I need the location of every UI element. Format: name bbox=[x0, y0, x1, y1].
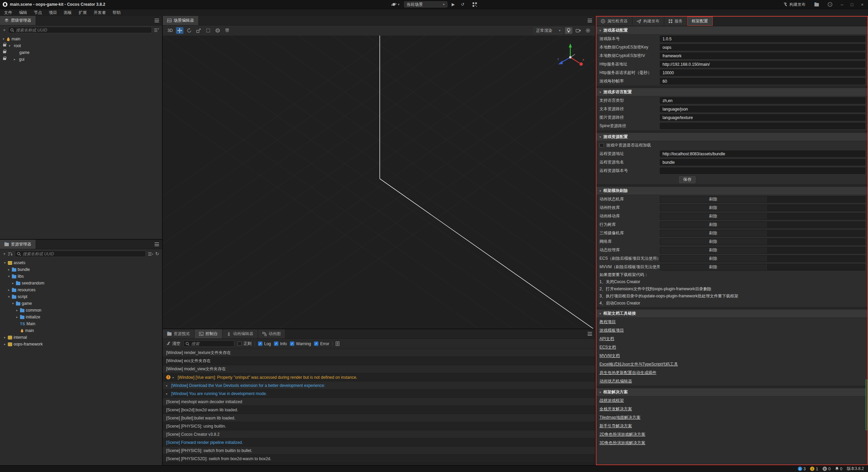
remove-button[interactable]: 剔除 bbox=[660, 196, 767, 202]
hierarchy-node-root[interactable]: ▾ root bbox=[0, 42, 162, 49]
link-hotupdate-plugin[interactable]: 原生包热更新配置自动生成插件 bbox=[599, 370, 656, 376]
play-button[interactable]: ▶ bbox=[450, 1, 456, 7]
tab-assets[interactable]: 资源管理器 bbox=[0, 240, 36, 249]
log-line-info[interactable]: ▸ [Window] You are running Vue in develo… bbox=[163, 390, 595, 398]
expand-arrow-icon[interactable]: ▸ bbox=[16, 309, 20, 312]
rect-tool-button[interactable] bbox=[204, 27, 212, 34]
info-count-badge[interactable]: i 3 bbox=[798, 467, 806, 471]
create-asset-button[interactable]: + bbox=[3, 251, 6, 256]
menu-file[interactable]: 文件 bbox=[1, 10, 16, 16]
expand-arrow-icon[interactable]: ▸ bbox=[16, 315, 20, 319]
asset-node-oops-framework[interactable]: ▸ oops-framework bbox=[0, 341, 162, 348]
collapse-arrow-icon[interactable]: ▾ bbox=[9, 44, 13, 47]
menu-node[interactable]: 节点 bbox=[31, 10, 45, 16]
filter-warning-checkbox[interactable]: ✓ Warning bbox=[290, 341, 311, 346]
tab-hierarchy[interactable]: 层级管理器 bbox=[0, 16, 36, 25]
remove-button[interactable]: 剔除 bbox=[660, 264, 767, 270]
expand-arrow-icon[interactable]: ▸ bbox=[12, 281, 16, 285]
section-i18n[interactable]: ▾ 游戏多语言配置 bbox=[596, 88, 867, 96]
crypto-iv-input[interactable] bbox=[660, 53, 865, 59]
link-ecs-docs[interactable]: ECS文档 bbox=[599, 345, 616, 350]
section-game-basic[interactable]: ▾ 游戏基础配置 bbox=[596, 26, 867, 35]
link-tutorial-project[interactable]: 教程项目 bbox=[599, 319, 616, 325]
config-scrollbar-thumb[interactable] bbox=[866, 379, 867, 430]
hierarchy-node-main[interactable]: ▾ main bbox=[0, 36, 162, 42]
filter-info-checkbox[interactable]: ✓ Info bbox=[274, 341, 287, 346]
snap-tool-button[interactable] bbox=[223, 27, 231, 34]
console-search-input[interactable] bbox=[191, 341, 232, 346]
assets-menu-icon[interactable] bbox=[155, 242, 159, 246]
tab-framework-config[interactable]: 框架配置 bbox=[687, 17, 713, 26]
tab-animation-editor[interactable]: 动画编辑器 bbox=[222, 329, 258, 338]
menu-help[interactable]: 帮助 bbox=[109, 10, 124, 16]
remove-button[interactable]: 剔除 bbox=[660, 230, 767, 236]
tab-asset-preview[interactable]: 资源预览 bbox=[163, 329, 195, 338]
crypto-key-input[interactable] bbox=[660, 44, 865, 51]
scene-camera-button[interactable] bbox=[574, 27, 582, 34]
remove-button[interactable]: 剔除 bbox=[660, 247, 767, 253]
window-maximize-button[interactable]: □ bbox=[850, 2, 854, 7]
transform-gizmo-button[interactable] bbox=[214, 27, 221, 34]
log-file-icon[interactable] bbox=[336, 341, 339, 346]
scene-viewport[interactable]: z x bbox=[163, 36, 595, 329]
hierarchy-node-gui[interactable]: ▸ gui bbox=[0, 56, 162, 63]
remove-button[interactable]: 剔除 bbox=[660, 213, 767, 219]
link-3d-rpg-solution[interactable]: 3D角色扮演游戏解决方案 bbox=[599, 440, 645, 446]
reload-button[interactable]: ↺ bbox=[459, 1, 466, 7]
asset-node-game[interactable]: ▾ game bbox=[0, 300, 162, 307]
remote-version-input[interactable] bbox=[660, 168, 865, 174]
asset-node-assets[interactable]: ▾ assets bbox=[0, 259, 162, 266]
scene-menu-icon[interactable] bbox=[588, 19, 592, 22]
http-timeout-input[interactable] bbox=[660, 70, 865, 76]
link-mvvm-docs[interactable]: MVVM文档 bbox=[599, 353, 620, 359]
assets-search-input[interactable] bbox=[23, 252, 144, 256]
scene-settings-button[interactable] bbox=[584, 27, 592, 34]
scale-tool-button[interactable] bbox=[195, 27, 202, 34]
expand-arrow-icon[interactable]: ▸ bbox=[4, 336, 8, 339]
asset-node-initialize[interactable]: ▸ initialize bbox=[0, 314, 162, 320]
tab-inspector[interactable]: 属性检查器 bbox=[596, 17, 632, 26]
create-node-button[interactable]: + bbox=[3, 27, 6, 33]
remove-button[interactable]: 剔除 bbox=[660, 222, 767, 228]
asset-node-main-ts[interactable]: TS Main bbox=[0, 320, 162, 327]
help-button[interactable]: ? bbox=[826, 1, 834, 7]
expand-arrow-icon[interactable]: ▸ bbox=[173, 376, 176, 379]
section-docs[interactable]: ▾ 框架文档工具链接 bbox=[596, 309, 867, 318]
tab-animation-graph[interactable]: 动画图 bbox=[258, 329, 285, 338]
link-excel-tool[interactable]: Excel格式转Json文件与TypeScript代码工具 bbox=[599, 361, 678, 367]
collapse-arrow-icon[interactable]: ▾ bbox=[3, 37, 6, 41]
expand-arrow-icon[interactable]: ▸ bbox=[4, 342, 8, 346]
asset-node-seedrandom[interactable]: ▸ seedrandom bbox=[0, 280, 162, 287]
link-animator-editor[interactable]: 动画状态机编辑器 bbox=[599, 378, 632, 384]
tab-scene-editor[interactable]: 场景编辑器 bbox=[163, 16, 199, 25]
image-res-path-input[interactable] bbox=[660, 114, 865, 121]
remote-bundle-input[interactable] bbox=[660, 159, 865, 165]
preview-platform-button[interactable]: ▾ bbox=[390, 1, 401, 7]
frame-rate-input[interactable] bbox=[660, 78, 865, 84]
link-guide-solution[interactable]: 新手引导解决方案 bbox=[599, 423, 632, 429]
section-solutions[interactable]: ▾ 框架解决方案 bbox=[596, 388, 867, 396]
link-fullstack-solution[interactable]: 全栈开发解决方案 bbox=[599, 406, 632, 412]
asset-node-resources[interactable]: ▸ resources bbox=[0, 287, 162, 293]
game-version-input[interactable] bbox=[660, 36, 865, 42]
tab-build[interactable]: 构建发布 bbox=[632, 17, 664, 26]
asset-node-common[interactable]: ▸ common bbox=[0, 307, 162, 314]
log-line-warning[interactable]: ! ▸ [Window] [Vue warn]: Property "onInp… bbox=[163, 373, 595, 381]
asset-node-bundle[interactable]: ▸ bundle bbox=[0, 266, 162, 273]
link-api-docs[interactable]: API文档 bbox=[599, 336, 614, 342]
console-searchbox[interactable] bbox=[183, 340, 234, 347]
expand-arrow-icon[interactable]: ▸ bbox=[8, 288, 12, 292]
save-button[interactable]: 保存 bbox=[679, 176, 695, 183]
lighting-toggle-button[interactable] bbox=[565, 27, 572, 34]
asset-node-libs[interactable]: ▾ libs bbox=[0, 273, 162, 280]
text-res-path-input[interactable] bbox=[660, 106, 865, 112]
expand-arrow-icon[interactable]: ▸ bbox=[8, 268, 12, 271]
collapse-arrow-icon[interactable]: ▾ bbox=[12, 302, 16, 305]
languages-input[interactable] bbox=[660, 97, 865, 104]
scene-select[interactable]: 当前场景 ▾ bbox=[404, 1, 447, 7]
spine-res-path-input[interactable] bbox=[660, 123, 865, 129]
hierarchy-searchbox[interactable] bbox=[8, 27, 152, 33]
expand-arrow-icon[interactable]: ▸ bbox=[166, 392, 169, 395]
view-gizmo[interactable]: z x bbox=[557, 43, 584, 66]
error-count-badge[interactable]: × 0 bbox=[823, 467, 831, 471]
